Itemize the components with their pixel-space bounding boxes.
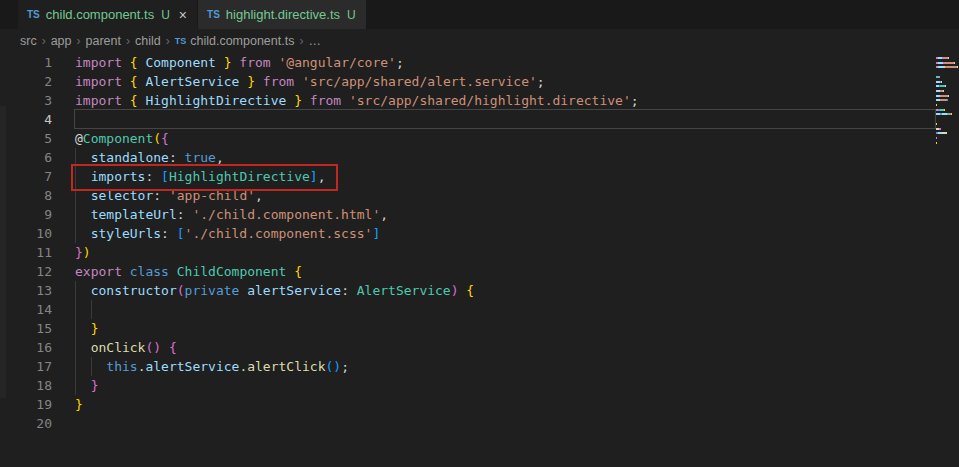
indent-guide	[91, 300, 92, 319]
code-line: onClick() {	[0, 338, 959, 357]
indent-guide	[91, 357, 92, 376]
chevron-right-icon: ›	[42, 34, 46, 48]
code-line: export class ChildComponent {	[0, 262, 959, 281]
indent-guide	[75, 338, 76, 357]
minimap-line	[936, 62, 954, 64]
code-line	[0, 414, 959, 433]
minimap-line	[936, 90, 943, 92]
minimap-line	[936, 76, 940, 78]
minimap-line	[936, 66, 958, 68]
minimap[interactable]	[936, 57, 959, 167]
indent-guide	[75, 205, 76, 224]
indent-guide	[75, 148, 76, 167]
breadcrumb-item-parent[interactable]: parent	[86, 34, 121, 48]
code-line: import { HighlightDirective } from 'src/…	[0, 91, 959, 110]
breadcrumb-item-app[interactable]: app	[51, 34, 72, 48]
code-line: }	[0, 319, 959, 338]
code-line: selector: 'app-child',	[0, 186, 959, 205]
indent-guide	[75, 319, 76, 338]
indent-guide	[75, 224, 76, 243]
indent-guide	[75, 186, 76, 205]
indent-guide	[75, 300, 76, 319]
code-line: }	[0, 376, 959, 395]
tab-bar-spacer	[0, 0, 18, 29]
tab-label: highlight.directive.ts	[226, 7, 340, 22]
chevron-right-icon: ›	[77, 34, 81, 48]
git-untracked-badge: U	[347, 8, 356, 22]
breadcrumb-item-child[interactable]: child	[135, 34, 161, 48]
minimap-line	[936, 113, 951, 115]
indent-guide	[75, 281, 76, 300]
minimap-line	[936, 137, 937, 139]
code-line	[0, 300, 959, 319]
minimap-line	[936, 85, 946, 87]
ts-file-icon: TS	[207, 9, 220, 20]
minimap-line	[936, 99, 948, 101]
minimap-line	[936, 123, 937, 125]
minimap-line	[936, 132, 946, 134]
tab-highlight-directive[interactable]: TS highlight.directive.ts U	[197, 0, 366, 29]
tab-child-component[interactable]: TS child.component.ts U ×	[18, 0, 197, 29]
close-icon[interactable]: ×	[179, 8, 187, 22]
tab-label: child.component.ts	[46, 7, 154, 22]
breadcrumb-item-src[interactable]: src	[20, 34, 37, 48]
minimap-line	[936, 95, 948, 97]
git-untracked-badge: U	[161, 8, 170, 22]
code-line: templateUrl: './child.component.html',	[0, 205, 959, 224]
indent-guide	[75, 167, 76, 186]
minimap-line	[936, 81, 942, 83]
ts-file-icon: TS	[27, 9, 40, 20]
breadcrumb: src › app › parent › child › TS child.co…	[0, 29, 959, 53]
code-line: standalone: true,	[0, 148, 959, 167]
minimap-line	[936, 109, 945, 111]
code-line: styleUrls: ['./child.component.scss']	[0, 224, 959, 243]
vscode-window: TS child.component.ts U × TS highlight.d…	[0, 0, 959, 467]
breadcrumb-item-file[interactable]: child.component.ts	[190, 34, 294, 48]
code-line: import { AlertService } from 'src/app/sh…	[0, 72, 959, 91]
code-line	[0, 110, 959, 129]
chevron-right-icon: ›	[126, 34, 130, 48]
breadcrumb-overflow[interactable]: …	[308, 34, 321, 48]
code-line: this.alertService.alertClick();	[0, 357, 959, 376]
minimap-line	[936, 128, 940, 130]
code-area[interactable]: import { Component } from '@angular/core…	[0, 53, 959, 467]
code-line: imports: [HighlightDirective],	[0, 167, 959, 186]
tab-bar: TS child.component.ts U × TS highlight.d…	[0, 0, 959, 29]
indent-guide	[75, 376, 76, 395]
code-line: })	[0, 243, 959, 262]
minimap-line	[936, 57, 949, 59]
editor[interactable]: 1234567891011121314151617181920 import {…	[0, 53, 959, 467]
indent-guide	[75, 357, 76, 376]
minimap-line	[936, 104, 937, 106]
code-line: import { Component } from '@angular/core…	[0, 53, 959, 72]
code-line: @Component({	[0, 129, 959, 148]
ts-file-icon: TS	[175, 36, 187, 46]
chevron-right-icon: ›	[299, 34, 303, 48]
code-line: }	[0, 395, 959, 414]
code-line: constructor(private alertService: AlertS…	[0, 281, 959, 300]
chevron-right-icon: ›	[166, 34, 170, 48]
